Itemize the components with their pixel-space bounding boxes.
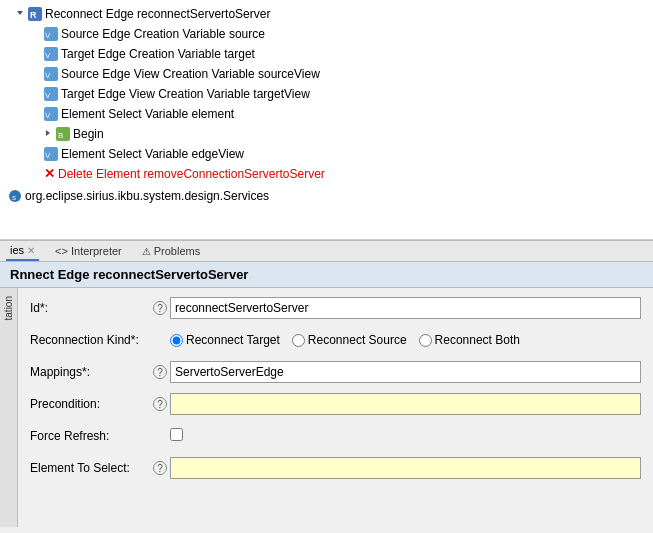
mappings-value-container: [170, 361, 641, 383]
precondition-help[interactable]: ?: [150, 397, 170, 411]
svg-text:R: R: [30, 10, 37, 20]
id-row: Id*: ?: [30, 296, 641, 320]
services-label: org.eclipse.sirius.ikbu.system.design.Se…: [25, 187, 269, 205]
tab-bar: ies ✕ <> Interpreter ⚠ Problems: [0, 240, 653, 262]
variable-icon-target: V: [44, 47, 58, 61]
reconnection-kind-label: Reconnection Kind*:: [30, 333, 150, 347]
svg-text:V: V: [45, 51, 51, 60]
precondition-input[interactable]: [170, 393, 641, 415]
tab-close-icon[interactable]: ✕: [27, 245, 35, 256]
tree-item-element-select[interactable]: V Element Select Variable element: [0, 104, 653, 124]
radio-reconnect-source[interactable]: Reconnect Source: [292, 333, 407, 347]
tree-item-label: Target Edge Creation Variable target: [61, 45, 255, 63]
svg-text:V: V: [45, 31, 51, 40]
radio-source-label: Reconnect Source: [308, 333, 407, 347]
element-to-select-input[interactable]: [170, 457, 641, 479]
tree-item-label: Source Edge View Creation Variable sourc…: [61, 65, 320, 83]
radio-source-input[interactable]: [292, 334, 305, 347]
reconnect-edge-icon: R: [28, 7, 42, 21]
radio-reconnect-target[interactable]: Reconnect Target: [170, 333, 280, 347]
tree-panel: R Reconnect Edge reconnectServertoServer…: [0, 0, 653, 240]
tree-item-label: Reconnect Edge reconnectServertoServer: [45, 5, 270, 23]
svg-marker-13: [46, 130, 50, 136]
force-refresh-row: Force Refresh:: [30, 424, 641, 448]
precondition-row: Precondition: ?: [30, 392, 641, 416]
tree-item-reconnect-edge[interactable]: R Reconnect Edge reconnectServertoServer: [0, 4, 653, 24]
element-to-select-row: Element To Select: ?: [30, 456, 641, 480]
help-icon-precondition[interactable]: ?: [153, 397, 167, 411]
tab-interpreter[interactable]: <> Interpreter: [51, 241, 126, 261]
variable-icon-edgeview: V: [44, 147, 58, 161]
tree-item-delete-element[interactable]: ✕ Delete Element removeConnectionServert…: [0, 164, 653, 184]
radio-reconnect-both[interactable]: Reconnect Both: [419, 333, 520, 347]
tree-item-begin[interactable]: B Begin: [0, 124, 653, 144]
tab-properties[interactable]: ies ✕: [6, 241, 39, 261]
help-icon-id[interactable]: ?: [153, 301, 167, 315]
radio-target-label: Reconnect Target: [186, 333, 280, 347]
mappings-help[interactable]: ?: [150, 365, 170, 379]
help-icon-mappings[interactable]: ?: [153, 365, 167, 379]
arrow-down-icon[interactable]: [16, 5, 24, 23]
tab-problems-icon: ⚠: [142, 246, 151, 257]
precondition-value-container: [170, 393, 641, 415]
radio-both-input[interactable]: [419, 334, 432, 347]
radio-both-label: Reconnect Both: [435, 333, 520, 347]
element-to-select-help[interactable]: ?: [150, 461, 170, 475]
svg-text:V: V: [45, 151, 51, 160]
precondition-label: Precondition:: [30, 397, 150, 411]
mappings-input[interactable]: [170, 361, 641, 383]
id-input[interactable]: [170, 297, 641, 319]
services-icon: s: [8, 189, 22, 203]
radio-group: Reconnect Target Reconnect Source Reconn…: [170, 333, 641, 347]
panel-content: tation Id*: ? Reconnection Kind*:: [0, 288, 653, 527]
tab-properties-label: ies: [10, 244, 24, 256]
svg-text:B: B: [58, 131, 63, 140]
svg-text:V: V: [45, 91, 51, 100]
reconnection-kind-row: Reconnection Kind*: Reconnect Target Rec…: [30, 328, 641, 352]
radio-target-input[interactable]: [170, 334, 183, 347]
tree-item-source-edge-creation[interactable]: V Source Edge Creation Variable source: [0, 24, 653, 44]
force-refresh-label: Force Refresh:: [30, 429, 150, 443]
tab-interpreter-label: <> Interpreter: [55, 245, 122, 257]
variable-icon-source-view: V: [44, 67, 58, 81]
variable-icon-element: V: [44, 107, 58, 121]
svg-text:V: V: [45, 71, 51, 80]
svg-text:V: V: [45, 111, 51, 120]
id-value-container: [170, 297, 641, 319]
tree-item-source-edge-view[interactable]: V Source Edge View Creation Variable sou…: [0, 64, 653, 84]
force-refresh-checkbox[interactable]: [170, 428, 183, 441]
element-to-select-value: [170, 457, 641, 479]
main-container: R Reconnect Edge reconnectServertoServer…: [0, 0, 653, 533]
help-icon-element-to-select[interactable]: ?: [153, 461, 167, 475]
id-label: Id*:: [30, 301, 150, 315]
tree-item-label: Element Select Variable element: [61, 105, 234, 123]
variable-icon-source: V: [44, 27, 58, 41]
tree-item-target-edge-view[interactable]: V Target Edge View Creation Variable tar…: [0, 84, 653, 104]
tree-item-label: Source Edge Creation Variable source: [61, 25, 265, 43]
id-help[interactable]: ?: [150, 301, 170, 315]
panel-title-bar: Rnnect Edge reconnectServertoServer: [0, 262, 653, 288]
tree-item-label: Delete Element removeConnectionServertoS…: [58, 165, 325, 183]
reconnection-kind-value: Reconnect Target Reconnect Source Reconn…: [170, 333, 641, 347]
side-tab[interactable]: tation: [0, 288, 18, 527]
svg-marker-0: [17, 11, 23, 15]
force-refresh-value: [170, 428, 641, 444]
tree-item-element-select-2[interactable]: V Element Select Variable edgeView: [0, 144, 653, 164]
services-item[interactable]: s org.eclipse.sirius.ikbu.system.design.…: [0, 186, 653, 206]
tab-problems[interactable]: ⚠ Problems: [138, 241, 204, 261]
error-x-icon: ✕: [44, 167, 55, 181]
tree-item-label: Target Edge View Creation Variable targe…: [61, 85, 310, 103]
variable-icon-target-view: V: [44, 87, 58, 101]
element-to-select-label: Element To Select:: [30, 461, 150, 475]
tree-item-label: Begin: [73, 125, 104, 143]
tree-item-target-edge-creation[interactable]: V Target Edge Creation Variable target: [0, 44, 653, 64]
mappings-row: Mappings*: ?: [30, 360, 641, 384]
begin-icon: B: [56, 127, 70, 141]
panel-title-text: Rnnect Edge reconnectServertoServer: [10, 267, 248, 282]
svg-text:s: s: [12, 193, 16, 202]
form-area: Id*: ? Reconnection Kind*: Reconnect Tar…: [18, 288, 653, 527]
arrow-right-icon[interactable]: [44, 125, 52, 143]
tree-item-label: Element Select Variable edgeView: [61, 145, 244, 163]
mappings-label: Mappings*:: [30, 365, 150, 379]
side-tab-label: tation: [3, 296, 14, 320]
